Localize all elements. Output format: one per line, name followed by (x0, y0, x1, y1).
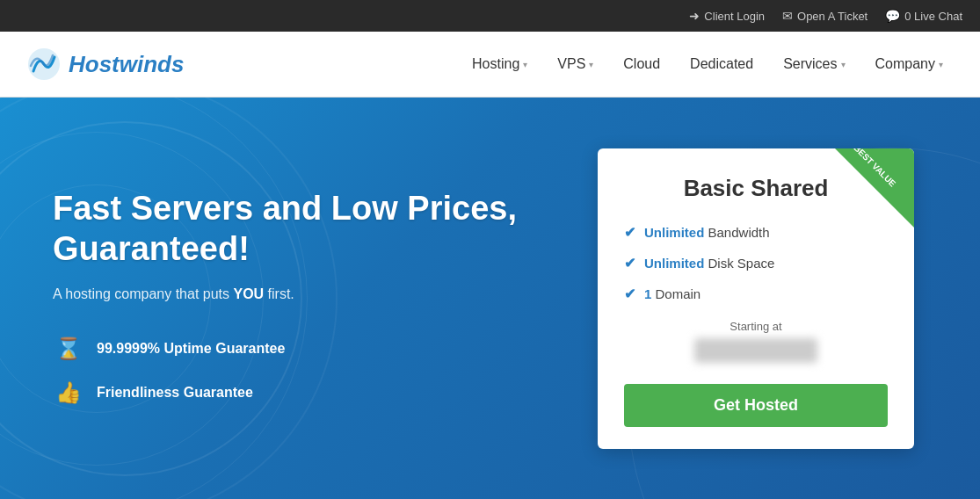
logo[interactable]: Hostwinds (26, 47, 184, 82)
nav-vps-arrow: ▾ (589, 60, 593, 69)
open-ticket-link[interactable]: ✉ Open A Ticket (782, 9, 867, 23)
friendliness-icon: 👍 (53, 377, 83, 408)
best-value-badge: BEST VALUE (835, 148, 914, 228)
bandwidth-highlight: Unlimited (644, 225, 704, 240)
nav-hosting-arrow: ▾ (523, 60, 527, 69)
uptime-icon: ⌛ (53, 333, 83, 364)
nav-company-arrow: ▾ (939, 60, 943, 69)
uptime-label: 99.9999% Uptime Guarantee (97, 341, 285, 357)
live-chat-link[interactable]: 💬 0 Live Chat (885, 9, 962, 23)
card-feature-disk: ✔ Unlimited Disk Space (624, 255, 888, 271)
domain-rest: Domain (651, 286, 701, 301)
nav-vps[interactable]: VPS ▾ (547, 49, 604, 79)
friendliness-label: Friendliness Guarantee (97, 385, 253, 401)
client-login-label: Client Login (704, 10, 765, 23)
open-ticket-label: Open A Ticket (797, 10, 867, 23)
price-display (624, 338, 888, 366)
nav-services[interactable]: Services ▾ (773, 49, 855, 79)
best-value-text: BEST VALUE (843, 148, 906, 198)
pricing-card-area: BEST VALUE Basic Shared ✔ Unlimited Band… (598, 148, 914, 449)
ticket-icon: ✉ (782, 9, 793, 23)
hero-headline: Fast Servers and Low Prices, Guaranteed! (53, 189, 563, 269)
feature-uptime: ⌛ 99.9999% Uptime Guarantee (53, 333, 563, 364)
disk-rest: Disk Space (704, 256, 774, 271)
logo-icon (26, 47, 62, 82)
live-chat-label: 0 Live Chat (904, 10, 962, 23)
bandwidth-rest: Bandwidth (704, 225, 769, 240)
nav-cloud[interactable]: Cloud (613, 49, 671, 79)
get-hosted-button[interactable]: Get Hosted (624, 384, 888, 427)
price-bar (694, 338, 817, 363)
pricing-card: BEST VALUE Basic Shared ✔ Unlimited Band… (598, 148, 914, 449)
feature-friendliness: 👍 Friendliness Guarantee (53, 377, 563, 408)
hero-content: Fast Servers and Low Prices, Guaranteed!… (53, 189, 563, 408)
client-login-link[interactable]: ➜ Client Login (689, 9, 765, 23)
login-icon: ➜ (689, 9, 700, 23)
chat-icon: 💬 (885, 9, 900, 23)
logo-text: Hostwinds (69, 51, 184, 78)
hero-section: Fast Servers and Low Prices, Guaranteed!… (0, 98, 980, 499)
check-icon-bandwidth: ✔ (624, 224, 635, 241)
nav-services-arrow: ▾ (841, 60, 846, 69)
check-icon-disk: ✔ (624, 255, 635, 271)
hero-subtext: A hosting company that puts YOU first. (53, 286, 563, 302)
nav-links: Hosting ▾ VPS ▾ Cloud Dedicated Services… (461, 49, 954, 79)
nav-company[interactable]: Company ▾ (865, 49, 954, 79)
navbar: Hostwinds Hosting ▾ VPS ▾ Cloud Dedicate… (0, 32, 980, 98)
nav-dedicated[interactable]: Dedicated (679, 49, 764, 79)
top-bar: ➜ Client Login ✉ Open A Ticket 💬 0 Live … (0, 0, 980, 32)
card-feature-domain: ✔ 1 Domain (624, 286, 888, 302)
starting-at-label: Starting at (624, 320, 888, 333)
hero-features: ⌛ 99.9999% Uptime Guarantee 👍 Friendline… (53, 333, 563, 408)
nav-hosting[interactable]: Hosting ▾ (461, 49, 538, 79)
disk-highlight: Unlimited (644, 256, 704, 271)
check-icon-domain: ✔ (624, 286, 635, 302)
